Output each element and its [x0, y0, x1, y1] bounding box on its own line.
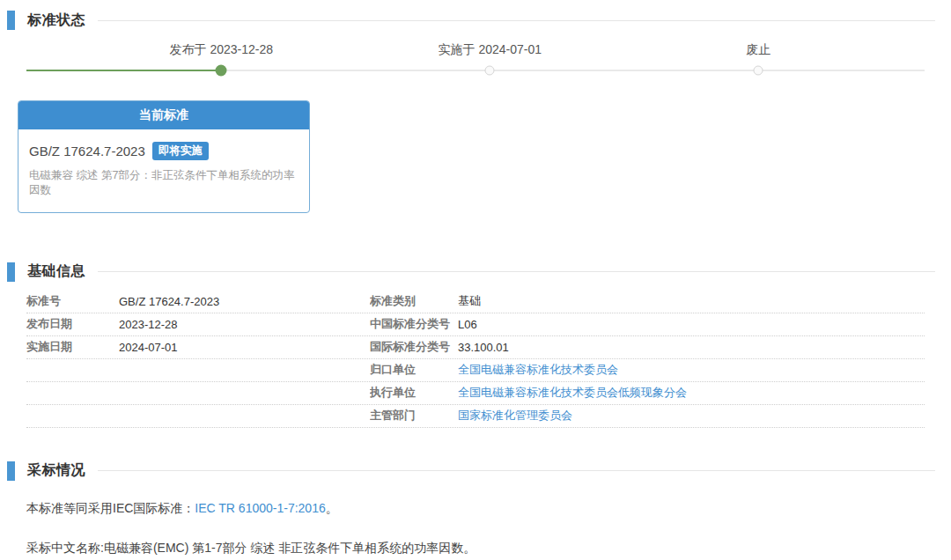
current-standard-card: 当前标准 GB/Z 17624.7-2023 即将实施 电磁兼容 综述 第7部分… [18, 100, 310, 213]
timeline-step-implemented-label: 实施于 2024-07-01 [439, 42, 542, 58]
field-value-standard-no: GB/Z 17624.7-2023 [119, 295, 370, 308]
section-rule [98, 271, 935, 272]
timeline-step-abolished-label: 废止 [746, 42, 770, 58]
field-value-ccs-code: L06 [458, 318, 925, 331]
field-label-competent-department: 主管部门 [370, 408, 458, 424]
current-standard-card-header: 当前标准 [18, 101, 309, 129]
basic-info-section-header: 基础信息 [7, 262, 951, 282]
section-marker-bar [7, 461, 15, 481]
competent-department-link[interactable]: 国家标准化管理委员会 [458, 409, 572, 422]
status-section-title: 标准状态 [27, 11, 85, 30]
timeline-step-published-label: 发布于 2023-12-28 [170, 42, 274, 58]
section-marker-bar [7, 262, 15, 282]
field-label-publish-date: 发布日期 [26, 316, 119, 332]
table-row: 主管部门 国家标准化管理委员会 [26, 405, 925, 428]
timeline-dot-abolished [754, 66, 763, 76]
table-row: 执行单位 全国电磁兼容标准化技术委员会低频现象分会 [26, 382, 925, 405]
adoption-section-title: 采标情况 [27, 461, 85, 480]
table-row: 归口单位 全国电磁兼容标准化技术委员会 [26, 359, 925, 382]
adoption-line-1-suffix: 。 [326, 501, 338, 515]
field-label-implement-date: 实施日期 [26, 339, 119, 355]
status-badge: 即将实施 [152, 142, 209, 160]
field-label-executive-unit: 执行单位 [370, 385, 458, 401]
centralized-unit-link[interactable]: 全国电磁兼容标准化技术委员会 [458, 363, 618, 376]
standard-number: GB/Z 17624.7-2023 [29, 144, 145, 158]
field-value-publish-date: 2023-12-28 [119, 318, 370, 331]
field-value-category: 基础 [458, 293, 925, 309]
timeline-dot-published [216, 65, 227, 77]
iec-standard-link[interactable]: IEC TR 61000-1-7:2016 [195, 501, 325, 515]
field-label-ics-code: 国际标准分类号 [370, 339, 458, 355]
timeline-dot-implemented [485, 66, 495, 76]
field-label-standard-no: 标准号 [26, 293, 119, 309]
section-rule [98, 20, 935, 21]
status-section-header: 标准状态 [7, 0, 951, 30]
field-label-category: 标准类别 [370, 293, 458, 309]
page: { "colors": { "accent_blue": "#3e8ed0", … [0, 0, 951, 560]
field-label-ccs-code: 中国标准分类号 [370, 316, 458, 332]
table-row: 标准号 GB/Z 17624.7-2023 标准类别 基础 [26, 291, 925, 313]
field-value-implement-date: 2024-07-01 [119, 341, 370, 354]
adoption-line-1-prefix: 本标准等同采用IEC国际标准： [26, 501, 195, 515]
current-standard-card-body: GB/Z 17624.7-2023 即将实施 电磁兼容 综述 第7部分：非正弦条… [18, 129, 309, 212]
basic-info-table: 标准号 GB/Z 17624.7-2023 标准类别 基础 发布日期 2023-… [26, 291, 925, 428]
table-row: 实施日期 2024-07-01 国际标准分类号 33.100.01 [26, 336, 925, 359]
basic-info-section-title: 基础信息 [27, 262, 85, 281]
field-label-centralized-unit: 归口单位 [370, 362, 458, 378]
adoption-section-header: 采标情况 [7, 461, 951, 481]
section-rule [98, 470, 935, 471]
standard-lifecycle-timeline: 发布于 2023-12-28 实施于 2024-07-01 废止 [26, 41, 925, 83]
field-value-ics-code: 33.100.01 [458, 341, 925, 354]
standard-description: 电磁兼容 综述 第7部分：非正弦条件下单相系统的功率因数 [29, 168, 299, 198]
adoption-line-2: 采标中文名称:电磁兼容(EMC) 第1-7部分 综述 非正弦条件下单相系统的功率… [26, 541, 925, 556]
section-marker-bar [7, 11, 15, 30]
table-row: 发布日期 2023-12-28 中国标准分类号 L06 [26, 313, 925, 336]
executive-unit-link[interactable]: 全国电磁兼容标准化技术委员会低频现象分会 [458, 386, 687, 399]
timeline-progress [26, 70, 221, 71]
adoption-line-1: 本标准等同采用IEC国际标准：IEC TR 61000-1-7:2016。 [26, 501, 925, 517]
